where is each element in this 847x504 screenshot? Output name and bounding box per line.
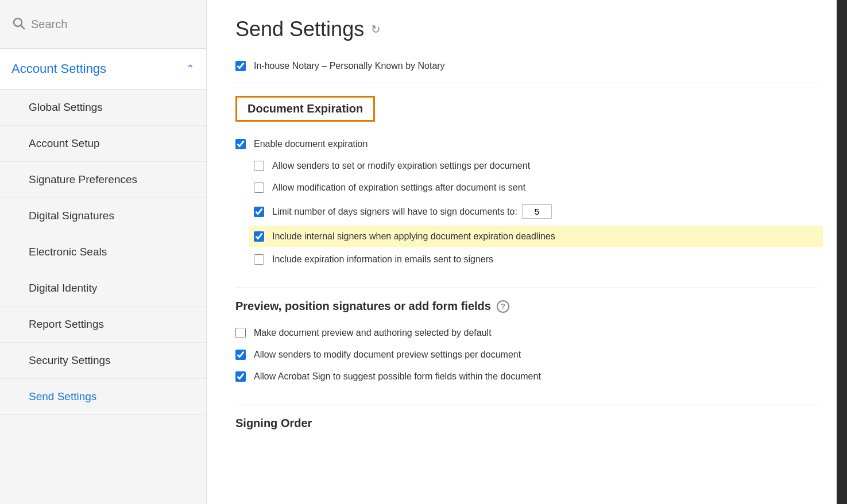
sidebar-item-digital-identity[interactable]: Digital Identity	[0, 270, 206, 307]
include-internal-checkbox[interactable]	[254, 231, 264, 242]
days-input[interactable]	[522, 204, 552, 219]
make-preview-default-row: Make document preview and authoring sele…	[235, 322, 818, 344]
right-border-decoration	[837, 0, 847, 504]
allow-senders-modify-preview-checkbox[interactable]	[235, 350, 246, 360]
limit-days-label: Limit number of days signers will have t…	[272, 207, 517, 217]
signing-order-divider	[235, 405, 818, 405]
page-title-row: Send Settings ↻	[235, 17, 818, 41]
allow-acrobat-suggest-row: Allow Acrobat Sign to suggest possible f…	[235, 366, 818, 387]
allow-acrobat-suggest-checkbox[interactable]	[235, 371, 246, 382]
search-icon	[11, 16, 25, 32]
doc-expiration-indented: Allow senders to set or modify expiratio…	[235, 155, 818, 270]
allow-modification-row: Allow modification of expiration setting…	[254, 177, 818, 199]
allow-senders-modify-preview-row: Allow senders to modify document preview…	[235, 344, 818, 366]
nav-items: Global Settings Account Setup Signature …	[0, 90, 206, 415]
sidebar-item-signature-preferences[interactable]: Signature Preferences	[0, 162, 206, 198]
doc-expiration-title: Document Expiration	[247, 102, 363, 115]
inhouse-notary-checkbox[interactable]	[235, 61, 246, 71]
enable-doc-exp-checkbox[interactable]	[235, 139, 246, 149]
preview-section: Preview, position signatures or add form…	[235, 300, 818, 387]
page-title: Send Settings	[235, 17, 364, 41]
search-label: Search	[31, 18, 67, 31]
make-preview-default-checkbox[interactable]	[235, 328, 246, 338]
sidebar-item-digital-signatures[interactable]: Digital Signatures	[0, 198, 206, 234]
allow-senders-modify-preview-label: Allow senders to modify document preview…	[254, 350, 521, 360]
allow-senders-set-checkbox[interactable]	[254, 161, 264, 171]
allow-modification-label: Allow modification of expiration setting…	[272, 183, 525, 193]
limit-days-checkbox[interactable]	[254, 207, 264, 217]
signing-order-title: Signing Order	[235, 417, 818, 430]
doc-expiration-box: Document Expiration	[235, 96, 375, 122]
preview-help-icon[interactable]: ?	[497, 300, 509, 313]
allow-senders-set-label: Allow senders to set or modify expiratio…	[272, 161, 530, 171]
allow-modification-checkbox[interactable]	[254, 183, 264, 193]
svg-line-1	[21, 26, 25, 29]
include-exp-emails-row: Include expiration information in emails…	[254, 249, 818, 270]
sidebar-item-report-settings[interactable]: Report Settings	[0, 307, 206, 343]
include-internal-label: Include internal signers when applying d…	[272, 231, 555, 242]
preview-divider	[235, 288, 818, 288]
include-exp-emails-label: Include expiration information in emails…	[272, 254, 493, 265]
include-internal-row: Include internal signers when applying d…	[249, 226, 823, 247]
inhouse-notary-label: In-house Notary – Personally Known by No…	[254, 61, 445, 71]
sidebar-item-electronic-seals[interactable]: Electronic Seals	[0, 234, 206, 270]
allow-senders-set-row: Allow senders to set or modify expiratio…	[254, 155, 818, 177]
account-settings-title: Account Settings	[11, 61, 106, 76]
sidebar: Search Account Settings ⌃ Global Setting…	[0, 0, 207, 504]
sidebar-item-account-setup[interactable]: Account Setup	[0, 126, 206, 162]
refresh-icon[interactable]: ↻	[371, 22, 381, 36]
preview-section-title: Preview, position signatures or add form…	[235, 300, 491, 313]
sidebar-item-send-settings[interactable]: Send Settings	[0, 379, 206, 415]
sidebar-item-global-settings[interactable]: Global Settings	[0, 90, 206, 126]
account-settings-header[interactable]: Account Settings ⌃	[0, 49, 206, 90]
enable-doc-exp-row: Enable document expiration	[235, 133, 818, 155]
inhouse-notary-row: In-house Notary – Personally Known by No…	[235, 55, 818, 77]
top-divider	[235, 83, 818, 83]
enable-doc-exp-label: Enable document expiration	[254, 139, 368, 149]
include-exp-emails-checkbox[interactable]	[254, 254, 264, 265]
search-bar[interactable]: Search	[0, 0, 206, 49]
make-preview-default-label: Make document preview and authoring sele…	[254, 328, 492, 338]
preview-title-row: Preview, position signatures or add form…	[235, 300, 818, 313]
chevron-up-icon: ⌃	[186, 63, 195, 75]
allow-acrobat-suggest-label: Allow Acrobat Sign to suggest possible f…	[254, 371, 541, 382]
main-content: Send Settings ↻ In-house Notary – Person…	[207, 0, 847, 504]
limit-days-row: Limit number of days signers will have t…	[254, 199, 818, 224]
sidebar-item-security-settings[interactable]: Security Settings	[0, 343, 206, 379]
document-expiration-section: Document Expiration Enable document expi…	[235, 96, 818, 270]
